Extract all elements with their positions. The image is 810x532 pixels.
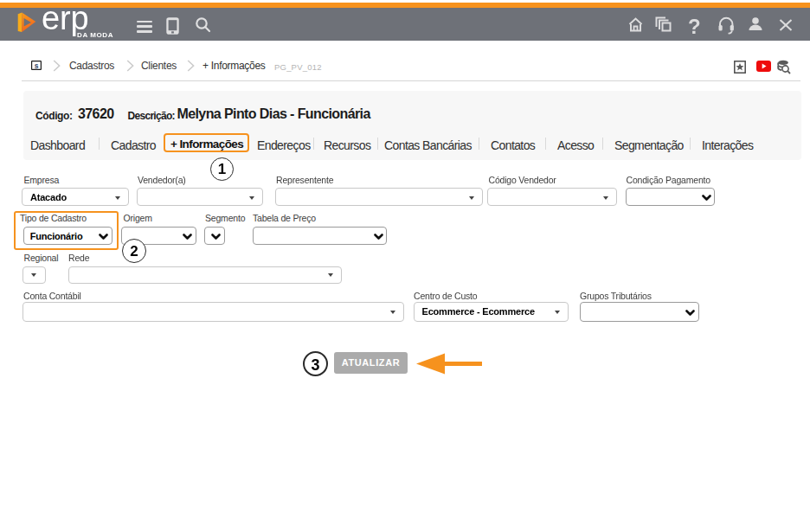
svg-text:s: s	[35, 61, 39, 70]
